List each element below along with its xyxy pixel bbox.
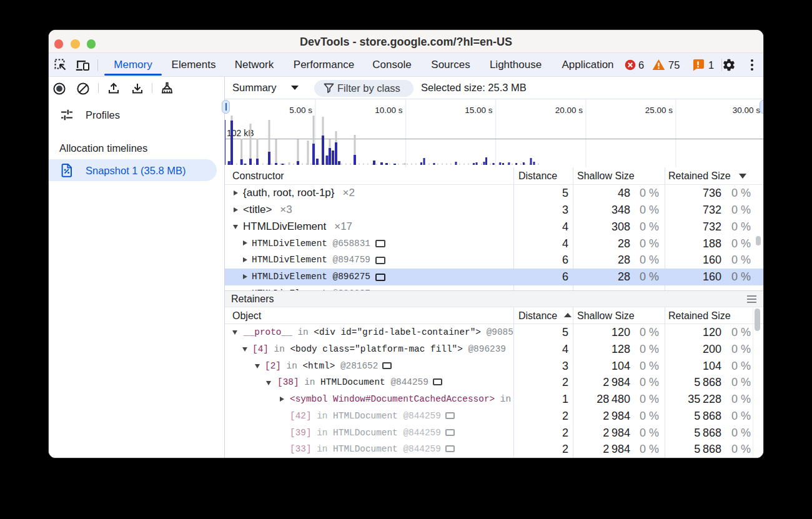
svg-text:5.00 s: 5.00 s: [289, 106, 312, 115]
svg-text:20.00 s: 20.00 s: [555, 106, 583, 115]
svg-text:15.00 s: 15.00 s: [465, 106, 493, 115]
svg-text:10.00 s: 10.00 s: [375, 106, 403, 115]
svg-text:25.00 s: 25.00 s: [645, 106, 673, 115]
svg-text:30.00 s: 30.00 s: [733, 106, 761, 115]
